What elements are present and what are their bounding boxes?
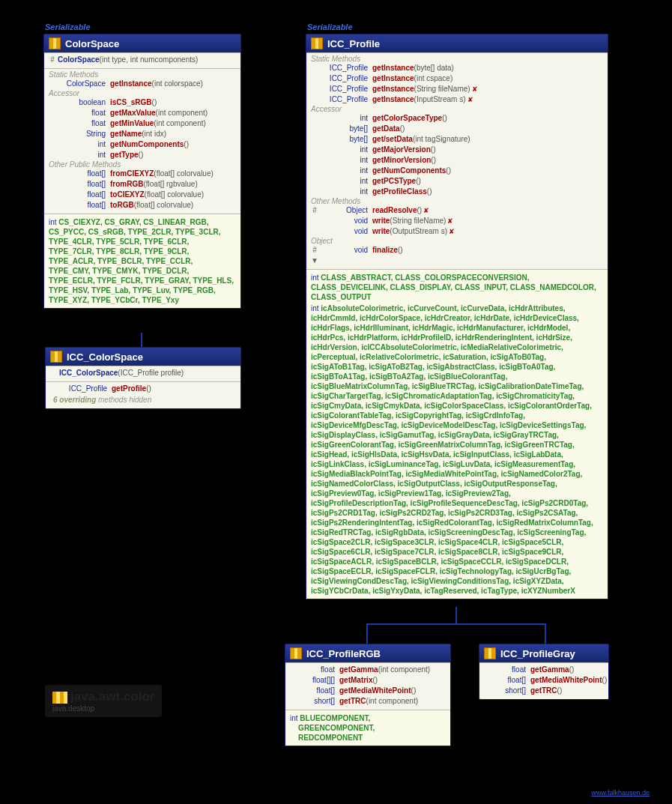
- footer-link[interactable]: www.falkhausen.de: [591, 789, 650, 797]
- connector: [545, 623, 546, 644]
- connector: [366, 623, 546, 625]
- class-icon: [50, 351, 62, 363]
- method-row: float[]fromCIEXYZ (float[] colorvalue): [47, 169, 237, 179]
- method-row: ICC_ProfilegetInstance (InputStream s)✘: [309, 94, 605, 105]
- class-icon: [290, 647, 302, 659]
- method-row: intgetType (): [47, 150, 237, 160]
- section-label: Static Methods: [47, 70, 237, 79]
- method-row: ICC_ProfilegetInstance (String fileName)…: [309, 84, 605, 94]
- method-row: byte[]getData (): [309, 124, 605, 134]
- method-row: intgetNumComponents (): [309, 166, 605, 176]
- class-title: ICC_ColorSpace: [67, 351, 143, 363]
- method-row: float[]getMediaWhitePoint (): [482, 675, 605, 686]
- constants-block: int CLASS_ABSTRACT, CLASS_COLORSPACECONV…: [306, 269, 608, 599]
- section-label: Accessor: [47, 89, 237, 97]
- class-icc-colorspace: ICC_ColorSpace ICC_ColorSpace (ICC_Profi…: [45, 347, 241, 409]
- method-row: float[]toRGB (float[] colorvalue): [47, 200, 237, 211]
- method-row: floatgetMinValue (int component): [47, 118, 237, 129]
- method-row: voidwrite (OutputStream s)✘: [309, 226, 605, 237]
- class-icc-profile-rgb: ICC_ProfileRGB floatgetGamma (int compon…: [285, 644, 451, 746]
- method-row: intgetNumComponents (): [47, 139, 237, 150]
- method-row: float[][]getMatrix (): [288, 675, 447, 686]
- connector: [141, 333, 142, 347]
- method-row: # ▼voidfinalize (): [309, 245, 605, 266]
- section-label: Object: [309, 237, 605, 245]
- method-row: #ObjectreadResolve ()✘: [309, 205, 605, 216]
- section-label: Other Public Methods: [47, 160, 237, 169]
- connector: [366, 623, 368, 644]
- class-icon: [49, 37, 61, 49]
- method-row: intgetColorSpaceType (): [309, 113, 605, 124]
- method-row: StringgetName (int idx): [47, 129, 237, 139]
- method-row: booleanisCS_sRGB (): [47, 97, 237, 108]
- method-row: floatgetGamma (): [482, 665, 605, 675]
- hidden-methods-note: 6 overriding methods hidden: [49, 394, 237, 405]
- class-title: ColorSpace: [65, 38, 119, 49]
- section-label: Accessor: [309, 105, 605, 113]
- package-icon: [52, 692, 67, 704]
- stereotype-iccprofile: Serializable: [307, 22, 353, 31]
- connector: [455, 607, 457, 623]
- class-icon: [484, 647, 496, 659]
- constructor-row: ICC_ColorSpace (ICC_Profile profile): [49, 368, 237, 378]
- method-row: float[]toCIEXYZ (float[] colorvalue): [47, 190, 237, 200]
- method-row: voidwrite (String fileName)✘: [309, 216, 605, 226]
- class-icc-profile: ICC_Profile Static Methods ICC_Profilege…: [306, 34, 608, 599]
- method-row: ICC_ProfilegetInstance (byte[] data): [309, 63, 605, 73]
- method-row: short[]getTRC (int component): [288, 696, 447, 707]
- class-header: ColorSpace: [44, 34, 240, 52]
- class-title: ICC_Profile: [327, 38, 380, 49]
- method-row: intgetMajorVersion (): [309, 145, 605, 155]
- method-row: short[]getTRC (): [482, 686, 605, 696]
- class-header: ICC_ColorSpace: [46, 348, 240, 366]
- class-title: ICC_ProfileGray: [500, 648, 575, 659]
- method-row: ICC_Profile getProfile (): [49, 384, 237, 394]
- section-label: Static Methods: [309, 55, 605, 63]
- class-title: ICC_ProfileRGB: [306, 648, 381, 659]
- constructor-row: # ColorSpace (int type, int numcomponent…: [47, 55, 237, 65]
- class-icon: [311, 37, 323, 49]
- method-row: floatgetMaxValue (int component): [47, 108, 237, 118]
- method-row: floatgetGamma (int component): [288, 665, 447, 675]
- method-row: intgetPCSType (): [309, 176, 605, 187]
- method-row: intgetProfileClass (): [309, 187, 605, 197]
- class-header: ICC_ProfileGray: [479, 644, 608, 662]
- class-icc-profile-gray: ICC_ProfileGray floatgetGamma ()float[]g…: [479, 644, 609, 700]
- constants-block: int CS_CIEXYZ, CS_GRAY, CS_LINEAR_RGB, C…: [44, 214, 240, 308]
- class-colorspace: ColorSpace # ColorSpace (int type, int n…: [43, 34, 241, 309]
- class-header: ICC_ProfileRGB: [285, 644, 450, 662]
- method-row: intgetMinorVersion (): [309, 155, 605, 166]
- method-row: float[]fromRGB (float[] rgbvalue): [47, 179, 237, 190]
- method-row: byte[]get/setData (int tagSignature): [309, 134, 605, 145]
- method-row: float[]getMediaWhitePoint (): [288, 686, 447, 696]
- method-row: ColorSpacegetInstance (int colorspace): [47, 79, 237, 89]
- stereotype-colorspace: Serializable: [45, 22, 91, 31]
- class-header: ICC_Profile: [306, 34, 608, 52]
- method-row: ICC_ProfilegetInstance (int cspace): [309, 73, 605, 84]
- section-label: Other Methods: [309, 197, 605, 205]
- constants-block: int BLUECOMPONENT, GREENCOMPONENT, REDCO…: [285, 710, 450, 746]
- package-label: java.awt.color java.desktop: [45, 685, 162, 717]
